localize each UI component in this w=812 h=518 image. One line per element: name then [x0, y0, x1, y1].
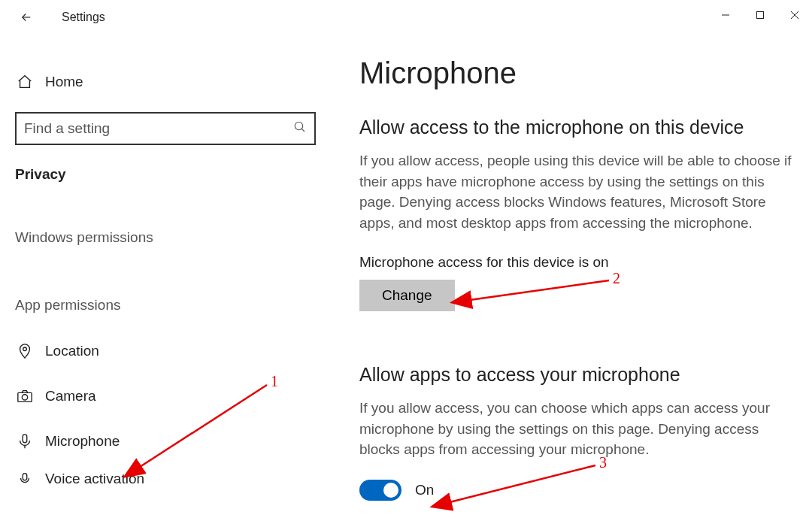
- sidebar-item-voice-activation[interactable]: Voice activation: [15, 464, 329, 494]
- search-icon: [293, 120, 307, 137]
- microphone-icon: [15, 433, 35, 450]
- svg-point-6: [23, 347, 27, 351]
- section-description: If you allow access, people using this d…: [359, 150, 795, 233]
- svg-rect-1: [757, 12, 764, 19]
- back-button[interactable]: [15, 6, 38, 29]
- sidebar: Home Privacy Windows permissions App per…: [0, 34, 329, 518]
- svg-point-4: [295, 122, 303, 130]
- svg-rect-9: [23, 435, 27, 443]
- section-heading-app-access: Allow apps to access your microphone: [359, 364, 797, 386]
- svg-point-8: [22, 395, 27, 400]
- svg-rect-11: [23, 474, 27, 480]
- home-label: Home: [45, 74, 83, 90]
- section-windows-permissions: Windows permissions: [15, 229, 329, 246]
- titlebar: Settings: [0, 0, 812, 34]
- section-description: If you allow access, you can choose whic…: [359, 398, 795, 460]
- location-icon: [15, 343, 35, 359]
- sidebar-item-camera[interactable]: Camera: [15, 374, 329, 419]
- window-controls: [708, 0, 812, 30]
- toggle-label: On: [415, 482, 434, 498]
- device-access-status: Microphone access for this device is on: [359, 254, 797, 271]
- home-nav[interactable]: Home: [15, 64, 329, 100]
- maximize-button[interactable]: [743, 0, 777, 30]
- search-input[interactable]: [24, 120, 280, 137]
- app-access-toggle[interactable]: [359, 480, 401, 501]
- section-heading-device-access: Allow access to the microphone on this d…: [359, 117, 797, 138]
- sidebar-item-microphone[interactable]: Microphone: [15, 419, 329, 464]
- sidebar-item-label: Microphone: [45, 433, 120, 450]
- search-box[interactable]: [15, 112, 316, 145]
- sidebar-item-label: Voice activation: [45, 471, 144, 487]
- close-button[interactable]: [777, 0, 812, 30]
- minimize-button[interactable]: [708, 0, 743, 30]
- home-icon: [15, 74, 35, 90]
- toggle-knob: [383, 483, 398, 498]
- content: Microphone Allow access to the microphon…: [329, 34, 812, 518]
- sidebar-item-label: Camera: [45, 388, 96, 404]
- change-button[interactable]: Change: [359, 280, 455, 311]
- sidebar-item-label: Location: [45, 343, 99, 359]
- svg-line-5: [301, 129, 304, 132]
- page-title: Microphone: [359, 56, 797, 90]
- voice-activation-icon: [15, 471, 35, 487]
- camera-icon: [15, 388, 35, 404]
- sidebar-item-location[interactable]: Location: [15, 329, 329, 374]
- window-title: Settings: [62, 11, 105, 24]
- section-app-permissions: App permissions: [15, 297, 329, 314]
- category-label: Privacy: [15, 166, 329, 183]
